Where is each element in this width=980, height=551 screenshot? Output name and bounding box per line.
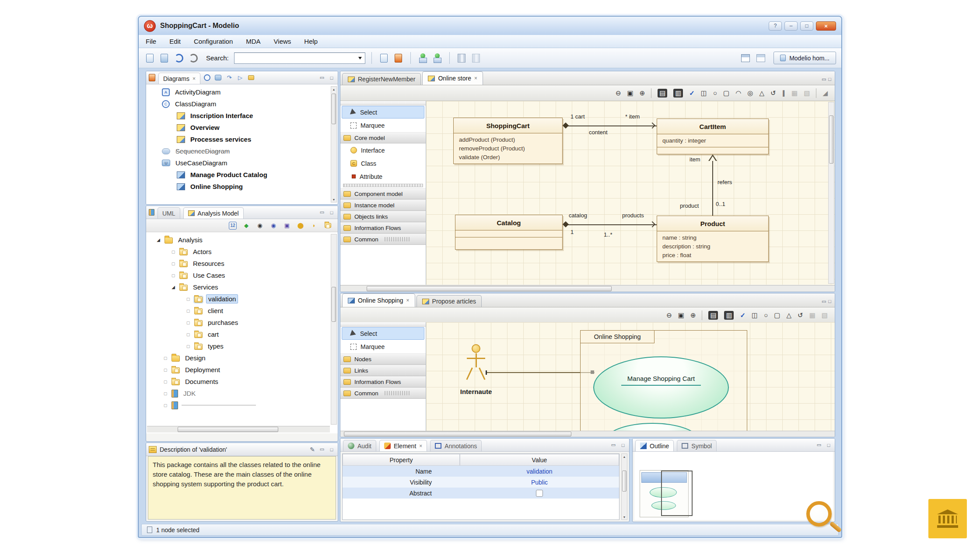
diagrams-scrollbar[interactable]: ▲ ▼ xyxy=(331,86,337,202)
target-icon[interactable]: ◎ xyxy=(747,89,753,97)
properties-scrollbar[interactable]: ▲ ▼ xyxy=(621,453,627,520)
align-icon[interactable]: ∥ xyxy=(782,89,786,97)
search-input[interactable] xyxy=(234,52,365,64)
tree-item-jdk[interactable]: ▢JDK xyxy=(146,387,338,399)
tree-item-use-cases[interactable]: ▢Use Cases xyxy=(146,269,338,281)
palette-select[interactable]: Select xyxy=(342,106,424,119)
tab-outline[interactable]: Outline xyxy=(635,440,674,451)
zoom-out-icon[interactable]: ⊖ xyxy=(616,89,621,97)
layout-columns-icon[interactable] xyxy=(456,52,468,64)
bank-button[interactable] xyxy=(928,499,967,538)
palette-handle[interactable] xyxy=(340,322,426,327)
tree-item-client[interactable]: ▢client xyxy=(146,305,338,317)
triangle-icon[interactable]: △ xyxy=(759,89,764,97)
show-labels-icon[interactable]: ▢ xyxy=(774,311,780,319)
diagram-tools-icon[interactable] xyxy=(247,74,255,82)
editor-minimize-icon[interactable]: ▭ xyxy=(822,77,826,82)
tab-close-icon[interactable]: × xyxy=(419,443,422,449)
minimize-button[interactable]: – xyxy=(784,21,798,31)
panel-minimize-icon[interactable]: ▭ xyxy=(318,209,326,216)
expand-icon[interactable]: ▢ xyxy=(163,356,168,360)
palette-select[interactable]: Select xyxy=(342,327,424,340)
association-name-label[interactable]: refers xyxy=(718,179,732,185)
tree-item-usecase-diagram[interactable]: UUseCaseDiagram xyxy=(146,157,338,169)
class-member[interactable]: validate (Order) xyxy=(459,154,557,160)
panel-minimize-icon[interactable]: ▭ xyxy=(610,442,617,448)
palette-section-common[interactable]: Common xyxy=(340,387,426,399)
commit-model-icon[interactable] xyxy=(431,52,443,64)
panel-minimize-icon[interactable]: ▭ xyxy=(318,75,326,81)
class-member[interactable]: removeProduct (Product) xyxy=(459,145,557,152)
tree-item-processes-services[interactable]: Processes services xyxy=(146,133,338,145)
tree-item-validation[interactable]: ▢validation xyxy=(146,293,338,305)
filter-class-icon[interactable]: ◉ xyxy=(270,222,277,230)
layout-icon[interactable]: ◫ xyxy=(701,89,707,97)
perspective-icon[interactable] xyxy=(755,52,766,64)
tab-propose-articles[interactable]: Propose articles xyxy=(416,295,482,307)
panel-maximize-icon[interactable]: □ xyxy=(825,442,832,448)
tab-uml[interactable]: UML xyxy=(158,207,180,219)
redo-icon[interactable] xyxy=(187,52,199,64)
canvas-hscrollbar[interactable] xyxy=(340,431,835,437)
new-project-icon[interactable] xyxy=(144,52,156,64)
expand-icon[interactable]: ▢ xyxy=(163,391,168,396)
tree-item-resources[interactable]: ▢Resources xyxy=(146,258,338,269)
class-diagram-canvas[interactable]: ShoppingCart addProduct (Product) remove… xyxy=(426,101,835,285)
scroll-down-icon[interactable]: ▼ xyxy=(332,197,336,202)
tree-item-deployment[interactable]: ▢Deployment xyxy=(146,364,338,376)
save-image-icon[interactable]: ▥ xyxy=(673,89,683,98)
expand-icon[interactable]: ▢ xyxy=(186,309,191,313)
multiplicity-label[interactable]: 1..* xyxy=(604,231,612,238)
role-label[interactable]: product xyxy=(680,202,699,209)
panel-maximize-icon[interactable]: □ xyxy=(620,442,626,448)
tab-analysis-model[interactable]: Analysis Model xyxy=(183,207,244,219)
search-dropdown-icon[interactable] xyxy=(358,57,362,59)
tab-online-store[interactable]: Online store × xyxy=(422,71,483,85)
uml-actor-internaute[interactable] xyxy=(466,344,486,386)
tab-audit[interactable]: Audit xyxy=(343,440,376,451)
palette-section-common[interactable]: Common xyxy=(340,234,426,245)
expand-icon[interactable]: ▢ xyxy=(186,321,191,325)
expand-icon[interactable]: ▢ xyxy=(171,250,176,254)
filter-diamond-icon[interactable]: ◆ xyxy=(242,222,250,230)
association-name-label[interactable]: content xyxy=(589,129,608,136)
role-label[interactable]: catalog xyxy=(569,212,587,219)
property-row-abstract[interactable]: Abstract xyxy=(343,488,619,499)
expand-icon[interactable]: ▢ xyxy=(186,332,191,337)
multiplicity-label[interactable]: 1 cart xyxy=(570,113,585,120)
tab-close-icon[interactable]: × xyxy=(406,297,410,303)
palette-interface[interactable]: Interface xyxy=(342,144,424,157)
uml-usecase-manage-shopping-cart[interactable]: Manage Shopping Cart xyxy=(593,356,729,418)
palette-section-information-flows[interactable]: Information Flows xyxy=(340,222,426,234)
expand-icon[interactable]: ▢ xyxy=(171,273,176,278)
tree-item-online-shopping[interactable]: Online Shopping xyxy=(146,181,338,192)
canvas-vscrollbar[interactable] xyxy=(828,102,834,284)
scroll-up-icon[interactable]: ▲ xyxy=(622,454,626,459)
scroll-up-icon[interactable]: ▲ xyxy=(332,87,336,92)
zoom-out-icon[interactable]: ⊖ xyxy=(666,311,672,319)
expand-icon[interactable]: ▢ xyxy=(186,344,191,349)
editor-maximize-icon[interactable]: □ xyxy=(828,299,831,304)
zoom-in-icon[interactable]: ⊕ xyxy=(690,311,696,319)
tab-diagrams[interactable]: Diagrams× xyxy=(158,73,200,84)
help-button[interactable]: ? xyxy=(769,21,782,31)
expand-icon[interactable]: ▢ xyxy=(171,262,176,266)
triangle-icon[interactable]: △ xyxy=(787,311,792,319)
palette-marquee[interactable]: Marquee xyxy=(342,340,424,353)
actor-label[interactable]: Internaute xyxy=(451,388,501,395)
menu-edit[interactable]: Edit xyxy=(169,38,181,45)
menu-mda[interactable]: MDA xyxy=(246,38,260,45)
save-image-icon[interactable]: ▥ xyxy=(724,311,734,320)
filter-note-icon[interactable]: ◗ xyxy=(310,222,318,230)
class-member[interactable]: quantity : integer xyxy=(662,137,763,144)
palette-handle[interactable] xyxy=(340,101,426,105)
tree-item-sequence-diagram[interactable]: SequenceDiagram xyxy=(146,145,338,157)
palette-section-links[interactable]: Links xyxy=(340,365,426,376)
filter-folder-icon[interactable] xyxy=(324,222,332,230)
tree-item-actors[interactable]: ▢Actors xyxy=(146,246,338,258)
explorer-hscrollbar[interactable] xyxy=(147,426,330,432)
grid-show-icon[interactable]: ▧ xyxy=(804,89,810,97)
rotate-icon[interactable]: ↺ xyxy=(770,89,776,97)
tree-item-purchases[interactable]: ▢purchases xyxy=(146,317,338,328)
grid-snap-icon[interactable]: ▦ xyxy=(791,89,798,97)
